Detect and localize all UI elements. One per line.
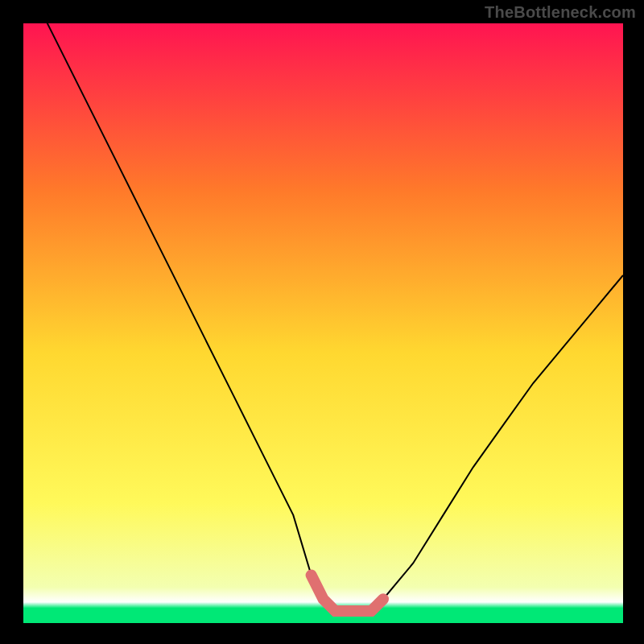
- bottleneck-chart-svg: [23, 23, 623, 623]
- watermark-text: TheBottleneck.com: [485, 3, 636, 22]
- plot-area: [23, 23, 623, 623]
- chart-frame: TheBottleneck.com: [0, 0, 644, 644]
- gradient-background: [23, 23, 623, 623]
